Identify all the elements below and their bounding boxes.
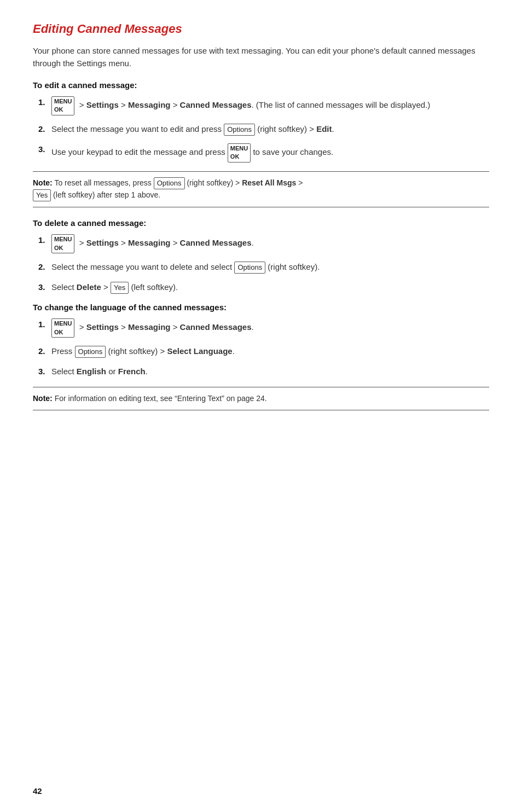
delete-step-1: 1. MENUOK > Settings > Messaging > Canne…	[38, 234, 489, 253]
step-number: 1.	[38, 96, 51, 109]
language-section-heading: To change the language of the canned mes…	[33, 303, 489, 312]
edit-step-1: 1. MENUOK > Settings > Messaging > Canne…	[38, 96, 489, 115]
step-number: 3.	[38, 366, 51, 378]
edit-steps-list: 1. MENUOK > Settings > Messaging > Canne…	[33, 96, 489, 163]
menu-ok-key-4: MENUOK	[51, 318, 74, 338]
step-content: Select the message you want to delete an…	[51, 261, 489, 274]
options-key-delete: Options	[234, 262, 265, 274]
language-step-2: 2. Press Options (right softkey) > Selec…	[38, 345, 489, 358]
step-content: Use your keypad to edit the message and …	[51, 143, 489, 163]
step-content: MENUOK > Settings > Messaging > Canned M…	[51, 96, 489, 115]
intro-text: Your phone can store canned messages for…	[33, 45, 489, 69]
edit-step-2: 2. Select the message you want to edit a…	[38, 123, 489, 136]
step-number: 3.	[38, 281, 51, 294]
step-content: Select English or French.	[51, 366, 489, 378]
menu-ok-key-3: MENUOK	[51, 234, 74, 253]
menu-ok-key-1: MENUOK	[51, 96, 74, 115]
delete-step-3: 3. Select Delete > Yes (left softkey).	[38, 281, 489, 294]
step-number: 2.	[38, 261, 51, 274]
language-steps-list: 1. MENUOK > Settings > Messaging > Canne…	[33, 318, 489, 378]
options-key-language: Options	[75, 346, 106, 358]
step-number: 3.	[38, 143, 51, 156]
page-number: 42	[33, 786, 42, 796]
options-key-note: Options	[154, 177, 185, 189]
page-title: Editing Canned Messages	[33, 22, 489, 36]
edit-section-heading: To edit a canned message:	[33, 80, 489, 90]
step-content: Select Delete > Yes (left softkey).	[51, 281, 489, 294]
step-number: 2.	[38, 345, 51, 358]
delete-steps-list: 1. MENUOK > Settings > Messaging > Canne…	[33, 234, 489, 294]
options-key: Options	[224, 124, 255, 136]
step-number: 1.	[38, 318, 51, 331]
delete-section-heading: To delete a canned message:	[33, 218, 489, 228]
language-step-3: 3. Select English or French.	[38, 366, 489, 378]
note-box-1: Note: To reset all messages, press Optio…	[33, 171, 489, 207]
note-box-2: Note: For information on editing text, s…	[33, 387, 489, 410]
step-content: MENUOK > Settings > Messaging > Canned M…	[51, 318, 489, 338]
yes-key-delete: Yes	[111, 282, 129, 294]
note2-text: For information on editing text, see “En…	[55, 394, 267, 403]
step-content: Select the message you want to edit and …	[51, 123, 489, 136]
menu-ok-key-2: MENUOK	[228, 143, 251, 163]
delete-step-2: 2. Select the message you want to delete…	[38, 261, 489, 274]
yes-key-note: Yes	[33, 189, 51, 201]
language-step-1: 1. MENUOK > Settings > Messaging > Canne…	[38, 318, 489, 338]
step-number: 1.	[38, 234, 51, 247]
note-label-1: Note:	[33, 178, 53, 187]
note-label-2: Note:	[33, 394, 53, 403]
edit-step-3: 3. Use your keypad to edit the message a…	[38, 143, 489, 163]
step-number: 2.	[38, 123, 51, 136]
step-content: Press Options (right softkey) > Select L…	[51, 345, 489, 358]
step-content: MENUOK > Settings > Messaging > Canned M…	[51, 234, 489, 253]
